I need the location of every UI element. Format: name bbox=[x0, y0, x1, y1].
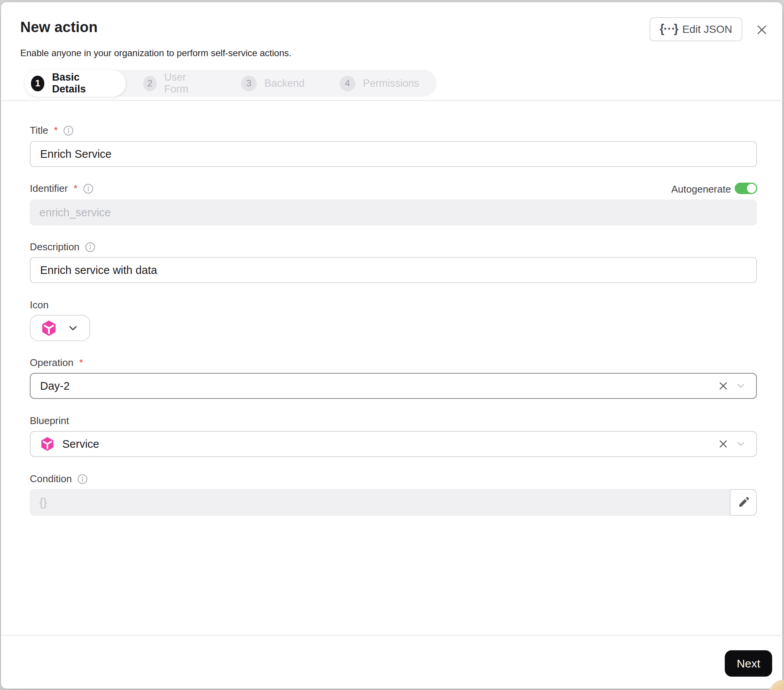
operation-value: Day-2 bbox=[40, 380, 69, 392]
condition-placeholder: {} bbox=[40, 496, 47, 509]
title-value: Enrich Service bbox=[40, 148, 112, 160]
chevron-down-icon bbox=[67, 322, 79, 334]
screen: New action Enable anyone in your organiz… bbox=[0, 0, 784, 690]
autogenerate-label: Autogenerate bbox=[671, 183, 731, 195]
description-input[interactable]: Enrich service with data bbox=[30, 257, 757, 283]
tab-basic-details[interactable]: 1 Basic Details bbox=[25, 70, 126, 97]
code-braces-icon: {⋯} bbox=[660, 21, 677, 36]
operation-label: Operation bbox=[30, 357, 73, 369]
next-button[interactable]: Next bbox=[725, 650, 772, 677]
step-number-badge: 1 bbox=[31, 76, 44, 91]
tab-permissions[interactable]: 4 Permissions bbox=[322, 70, 437, 97]
edit-json-label: Edit JSON bbox=[682, 23, 733, 36]
autogenerate-toggle[interactable] bbox=[735, 183, 757, 194]
chevron-down-icon[interactable] bbox=[731, 378, 751, 394]
footer-divider bbox=[1, 635, 783, 636]
description-value: Enrich service with data bbox=[40, 264, 157, 277]
identifier-label: Identifier bbox=[30, 183, 68, 194]
required-asterisk: * bbox=[54, 125, 58, 137]
step-label: User Form bbox=[164, 71, 206, 95]
cube-icon bbox=[41, 320, 57, 336]
info-icon[interactable] bbox=[85, 242, 96, 252]
toggle-knob bbox=[747, 184, 756, 193]
step-label: Backend bbox=[264, 77, 305, 89]
icon-dropdown[interactable] bbox=[30, 315, 90, 341]
identifier-value: enrich_service bbox=[40, 206, 111, 219]
blueprint-label-row: Blueprint bbox=[30, 415, 69, 427]
clear-x-icon[interactable] bbox=[716, 378, 731, 394]
identifier-label-row: Identifier* bbox=[30, 183, 94, 194]
close-button[interactable] bbox=[754, 22, 770, 38]
edit-condition-button[interactable] bbox=[730, 489, 757, 516]
identifier-input: enrich_service bbox=[30, 199, 757, 226]
close-icon bbox=[755, 23, 768, 36]
new-action-dialog: New action Enable anyone in your organiz… bbox=[1, 2, 782, 689]
page-title: New action bbox=[20, 19, 98, 36]
next-label: Next bbox=[736, 657, 760, 670]
title-label: Title bbox=[30, 125, 48, 137]
edit-json-button[interactable]: {⋯} Edit JSON bbox=[649, 17, 742, 41]
description-label: Description bbox=[30, 241, 79, 253]
blueprint-label: Blueprint bbox=[30, 415, 69, 427]
step-number-badge: 2 bbox=[143, 76, 156, 91]
operation-label-row: Operation* bbox=[30, 357, 83, 369]
step-label: Basic Details bbox=[52, 71, 107, 95]
operation-select[interactable]: Day-2 bbox=[30, 373, 757, 399]
icon-label: Icon bbox=[30, 299, 49, 311]
tab-user-form[interactable]: 2 User Form bbox=[126, 70, 224, 97]
info-icon[interactable] bbox=[63, 125, 74, 136]
step-number-badge: 3 bbox=[241, 76, 257, 91]
cube-icon bbox=[40, 437, 54, 451]
blueprint-value: Service bbox=[62, 438, 99, 450]
clear-x-icon[interactable] bbox=[716, 436, 731, 451]
header-divider bbox=[1, 100, 783, 101]
condition-input: {} bbox=[30, 489, 757, 516]
step-number-badge: 4 bbox=[340, 76, 355, 91]
dialog-subtitle: Enable anyone in your organization to pe… bbox=[20, 48, 292, 58]
stepper: 1 Basic Details 2 User Form 3 Backend 4 … bbox=[25, 70, 437, 97]
title-input[interactable]: Enrich Service bbox=[30, 141, 757, 167]
chevron-down-icon[interactable] bbox=[731, 436, 751, 451]
blueprint-select[interactable]: Service bbox=[30, 431, 757, 457]
description-label-row: Description bbox=[30, 241, 96, 253]
required-asterisk: * bbox=[79, 357, 83, 369]
title-label-row: Title* bbox=[30, 125, 74, 137]
condition-label-row: Condition bbox=[30, 473, 88, 485]
step-label: Permissions bbox=[363, 77, 419, 89]
required-asterisk: * bbox=[74, 183, 77, 194]
tab-backend[interactable]: 3 Backend bbox=[224, 70, 322, 97]
pencil-icon bbox=[737, 496, 750, 509]
condition-label: Condition bbox=[30, 473, 72, 485]
info-icon[interactable] bbox=[77, 474, 88, 484]
info-icon[interactable] bbox=[83, 183, 94, 194]
icon-label-row: Icon bbox=[30, 299, 49, 311]
